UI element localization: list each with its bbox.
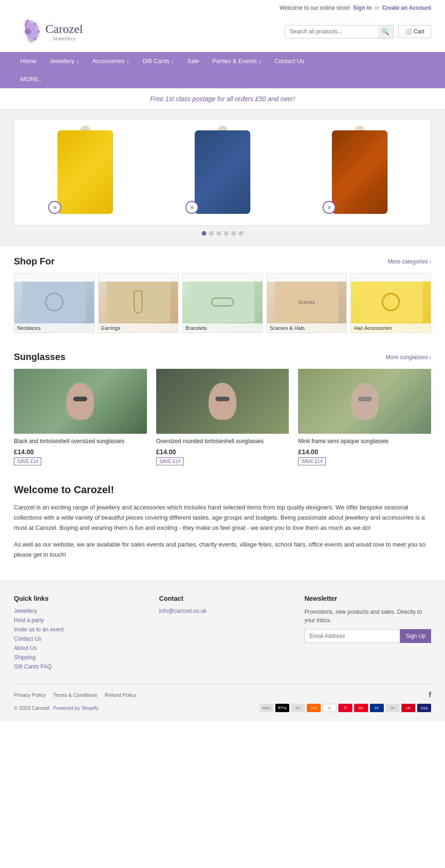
- shop-for-title: Shop For: [14, 256, 55, 267]
- footer-link-jewellery[interactable]: Jewellery: [14, 608, 140, 614]
- top-bar: Welcome to our online store! Sign in or …: [0, 0, 445, 13]
- product-1[interactable]: Black and tortoiseshell oversized sungla…: [14, 369, 147, 465]
- svg-point-8: [25, 28, 31, 35]
- scarf-shape-blue: [195, 130, 250, 214]
- newsletter-signup-button[interactable]: Sign Up: [400, 629, 431, 643]
- search-bar: 🔍: [285, 25, 394, 39]
- footer-refund-link[interactable]: Refund Policy: [105, 692, 136, 698]
- save-badge-2: SAVE £14: [156, 457, 184, 465]
- category-earrings[interactable]: Earrings: [98, 273, 179, 333]
- payment-paypal: PP: [370, 704, 384, 712]
- scarf-rust-visual: ✿: [323, 130, 397, 214]
- footer-contact: Contact info@carozel.co.uk: [159, 595, 286, 673]
- scarf-blue-visual: ✿: [185, 130, 260, 214]
- footer-terms-link[interactable]: Terms & Conditions: [53, 692, 97, 698]
- category-grid: Necklaces Earrings Bracelets Scarves Sca…: [14, 273, 431, 333]
- logo-flower-icon: [14, 18, 42, 45]
- payment-diners: DC: [291, 704, 305, 712]
- scarf-yellow-visual: ✿: [48, 130, 122, 214]
- scarf-rust: ✿: [293, 130, 426, 214]
- header: Carozel Jewellery 🔍 ⬜ Cart: [0, 13, 445, 52]
- or-text: or: [375, 5, 380, 11]
- hero-slider: ✿ ✿ ✿: [14, 119, 431, 225]
- nav-parties-events[interactable]: Parties & Events ↓: [206, 52, 268, 70]
- category-bracelets[interactable]: Bracelets: [182, 273, 263, 333]
- footer-link-invite-event[interactable]: Invite us to an event: [14, 626, 140, 633]
- slider-dot-5[interactable]: [231, 231, 236, 236]
- footer-legal-links: Privacy Policy Terms & Conditions Refund…: [14, 692, 136, 698]
- nav-jewellery[interactable]: Jewellery ↓: [43, 52, 86, 70]
- slider-dot-2[interactable]: [209, 231, 214, 236]
- footer-privacy-link[interactable]: Privacy Policy: [14, 692, 45, 698]
- newsletter-desc: Promotions, new products and sales. Dire…: [305, 608, 431, 624]
- more-sunglasses-link[interactable]: More sunglasses ›: [386, 354, 431, 360]
- sunglasses-section: Sunglasses More sunglasses › Black and t…: [0, 342, 445, 475]
- cart-button[interactable]: ⬜ Cart: [398, 25, 431, 38]
- nav-gift-cards[interactable]: Gift Cards ↓: [136, 52, 181, 70]
- product-img-3: [298, 369, 431, 434]
- nav-contact-us[interactable]: Contact Us: [268, 52, 311, 70]
- contact-title: Contact: [159, 595, 286, 602]
- welcome-para-2: As well as our website, we are available…: [14, 540, 431, 560]
- badge-icon-3: ✿: [323, 201, 336, 214]
- navigation: Home Jewellery ↓ Accessories ↓ Gift Card…: [0, 52, 445, 88]
- product-2[interactable]: Oversized rounded tortoiseshell sunglass…: [156, 369, 289, 465]
- facebook-icon[interactable]: f: [429, 691, 431, 699]
- category-label-4: Scarves & Hats: [267, 323, 347, 333]
- badge-icon-2: ✿: [185, 201, 198, 214]
- powered-by: Powered by Shopify: [53, 705, 99, 711]
- footer-quick-links: Quick links Jewellery Host a party Invit…: [14, 595, 140, 673]
- welcome-section: Welcome to Carozel! Carozel is an exciti…: [0, 475, 445, 580]
- payment-maestro: 🔴: [338, 704, 352, 712]
- more-categories-link[interactable]: More categories ›: [388, 258, 431, 265]
- category-label-2: Earrings: [99, 323, 178, 333]
- nav-accessories[interactable]: Accessories ↓: [86, 52, 136, 70]
- quick-links-title: Quick links: [14, 595, 140, 602]
- logo-sub: Jewellery: [45, 36, 83, 41]
- signin-link[interactable]: Sign in: [353, 5, 372, 11]
- scarf-shape-rust: [332, 130, 388, 214]
- product-3[interactable]: Mink frame semi opaque sunglasses £14.00…: [298, 369, 431, 465]
- category-hair[interactable]: Hair Accessories: [350, 273, 431, 333]
- slider-dot-4[interactable]: [224, 231, 229, 236]
- category-scarves[interactable]: Scarves Scarves & Hats: [267, 273, 347, 333]
- nav-sale[interactable]: Sale: [181, 52, 206, 70]
- footer-link-gift-faq[interactable]: Gift Cards FAQ: [14, 663, 140, 670]
- nav-more[interactable]: MORE↓: [14, 70, 48, 88]
- logo-text: Carozel: [45, 22, 83, 36]
- footer-link-contact[interactable]: Contact Us: [14, 636, 140, 642]
- slider-dot-3[interactable]: [216, 231, 221, 236]
- search-button[interactable]: 🔍: [378, 26, 393, 38]
- product-img-1: [14, 369, 147, 434]
- logo[interactable]: Carozel Jewellery: [14, 18, 83, 45]
- payment-icons: AMEX ⌘Pay DC DIS G 🔴 MC PP DP UP VISA: [260, 704, 431, 712]
- slider-dots: [14, 225, 431, 238]
- sunglasses-title: Sunglasses: [14, 352, 65, 362]
- payment-applepay: ⌘Pay: [275, 704, 289, 712]
- promo-banner: Free 1st class postage for all orders £5…: [0, 88, 445, 109]
- newsletter-form: Sign Up: [305, 629, 431, 643]
- copyright-text: © 2023 Carozel: [14, 705, 50, 711]
- footer-top: Quick links Jewellery Host a party Invit…: [14, 595, 431, 673]
- contact-email-link[interactable]: info@carozel.co.uk: [159, 608, 286, 614]
- footer: Quick links Jewellery Host a party Invit…: [0, 580, 445, 721]
- footer-very-bottom: © 2023 Carozel Powered by Shopify AMEX ⌘…: [14, 699, 431, 712]
- newsletter-title: Newsletter: [305, 595, 431, 602]
- create-account-link[interactable]: Create an Account: [382, 5, 431, 11]
- welcome-text: Welcome to our online store!: [280, 5, 350, 11]
- nav-list: Home Jewellery ↓ Accessories ↓ Gift Card…: [14, 52, 431, 70]
- newsletter-email-input[interactable]: [305, 629, 400, 643]
- payment-gpay: G: [323, 704, 337, 712]
- payment-dpay: DP: [386, 704, 400, 712]
- footer-link-about[interactable]: About Us: [14, 645, 140, 651]
- search-input[interactable]: [285, 26, 378, 38]
- scarf-yellow: ✿: [19, 130, 152, 214]
- slider-dot-6[interactable]: [239, 231, 243, 236]
- category-necklaces[interactable]: Necklaces: [14, 273, 95, 333]
- nav-home[interactable]: Home: [14, 52, 43, 70]
- shop-for-section: Shop For More categories › Necklaces Ear…: [0, 247, 445, 342]
- slider-dot-1[interactable]: [202, 231, 206, 236]
- payment-visa: VISA: [417, 704, 431, 712]
- footer-link-host-party[interactable]: Host a party: [14, 617, 140, 624]
- footer-link-shipping[interactable]: Shipping: [14, 654, 140, 661]
